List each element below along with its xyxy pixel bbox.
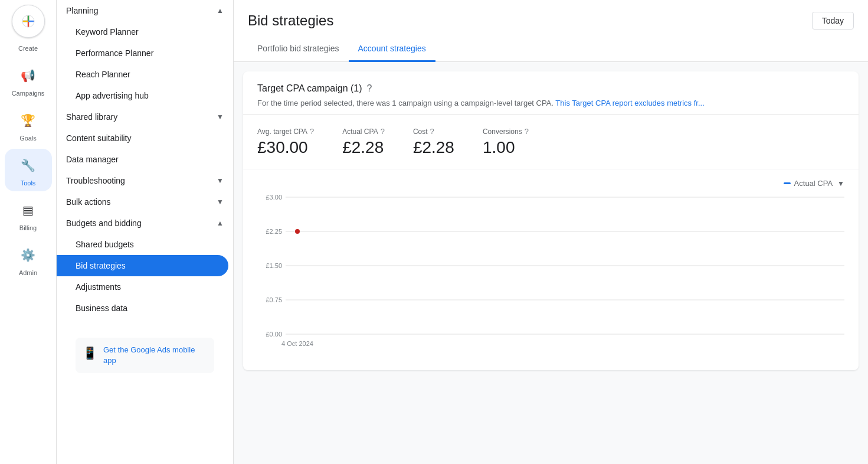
content-area: Target CPA campaign (1) ? For the time p… [234,62,868,464]
legend-dot-actual-cpa [784,182,791,184]
create-label: Create [18,45,38,52]
sidebar-item-goals[interactable]: 🏆 Goals [5,104,52,146]
troubleshooting-label: Troubleshooting [66,176,125,185]
budgets-bidding-chevron-up: ▲ [217,219,224,227]
tab-account[interactable]: Account strategies [349,37,435,62]
metric-cost-value: £2.28 [413,138,454,157]
bid-strategy-card: Target CPA campaign (1) ? For the time p… [243,71,859,370]
planning-items: Keyword Planner Performance Planner Reac… [57,21,233,106]
svg-text:£3.00: £3.00 [266,194,282,201]
bulk-actions-chevron: ▼ [217,198,224,206]
metric-avg-target-cpa: Avg. target CPA ? £30.00 [257,127,314,157]
nav-item-keyword-planner[interactable]: Keyword Planner [57,21,233,43]
svg-text:£0.75: £0.75 [266,296,282,303]
mobile-promo[interactable]: 📱 Get the Google Ads mobile app [76,338,214,373]
troubleshooting-section-header[interactable]: Troubleshooting ▼ [57,170,233,191]
nav-item-adjustments[interactable]: Adjustments [57,276,233,298]
campaigns-label: Campaigns [12,90,45,97]
subtitle-text: For the time period selected, there was … [257,99,553,107]
svg-text:£2.25: £2.25 [266,228,282,235]
goals-label: Goals [19,135,37,142]
main-content: Bid strategies Today Portfolio bid strat… [234,0,868,464]
help-icon-actual[interactable]: ? [381,127,385,136]
chart-svg: £3.00 £2.25 £1.50 £0.75 £0.00 4 Oct 2024 [257,192,844,346]
svg-text:£0.00: £0.00 [266,331,282,338]
sidebar-item-billing[interactable]: ▤ Billing [5,194,52,236]
metrics-row: Avg. target CPA ? £30.00 Actual CPA ? £2… [243,115,859,169]
nav-item-content-suitability[interactable]: Content suitability [57,128,233,149]
subtitle-link[interactable]: This Target CPA report excludes metrics … [555,99,704,107]
card-title-row: Target CPA campaign (1) ? [257,83,844,94]
tools-icon: 🔧 [17,153,40,177]
metric-cost: Cost ? £2.28 [413,127,454,157]
svg-text:£1.50: £1.50 [266,262,282,269]
help-icon-conversions[interactable]: ? [525,127,529,136]
chart-legend: Actual CPA ▼ [257,179,844,188]
shared-library-chevron: ▼ [217,113,224,121]
budgets-bidding-items: Shared budgets Bid strategies Adjustment… [57,234,233,319]
nav-item-performance-planner[interactable]: Performance Planner [57,43,233,64]
page-title: Bid strategies [248,12,333,29]
billing-label: Billing [19,224,37,231]
bulk-actions-section-header[interactable]: Bulk actions ▼ [57,191,233,213]
legend-dropdown-icon[interactable]: ▼ [837,179,844,188]
goals-icon: 🏆 [17,109,40,132]
admin-label: Admin [19,269,37,276]
metric-actual-cpa-label: Actual CPA ? [342,127,385,136]
billing-icon: ▤ [17,198,40,222]
budgets-bidding-label: Budgets and bidding [66,218,142,228]
nav-item-data-manager[interactable]: Data manager [57,149,233,170]
tabs: Portfolio bid strategies Account strateg… [248,37,854,61]
nav-item-app-advertising-hub[interactable]: App advertising hub [57,85,233,106]
metric-cost-label: Cost ? [413,127,454,136]
help-icon-cost[interactable]: ? [430,127,434,136]
admin-icon: ⚙️ [17,243,40,267]
date-button[interactable]: Today [812,12,854,30]
page-title-row: Bid strategies Today [248,12,854,30]
legend-label-actual-cpa: Actual CPA [794,179,833,188]
icon-sidebar: + Create 📢 Campaigns 🏆 Goals 🔧 Tools ▤ B… [0,0,57,464]
budgets-bidding-section-header[interactable]: Budgets and bidding ▲ [57,213,233,234]
card-header: Target CPA campaign (1) ? For the time p… [243,71,859,115]
planning-chevron-up: ▲ [217,6,224,15]
nav-item-shared-budgets[interactable]: Shared budgets [57,234,233,255]
metric-actual-cpa-value: £2.28 [342,138,385,157]
create-button[interactable]: + [12,5,45,38]
data-point [295,229,300,234]
planning-label: Planning [66,6,99,15]
metric-actual-cpa: Actual CPA ? £2.28 [342,127,385,157]
tools-label: Tools [21,179,36,187]
metric-avg-target-cpa-label: Avg. target CPA ? [257,127,314,136]
shared-library-label: Shared library [66,112,117,122]
nav-item-reach-planner[interactable]: Reach Planner [57,64,233,85]
svg-text:4 Oct 2024: 4 Oct 2024 [281,340,313,346]
metric-conversions: Conversions ? 1.00 [483,127,529,157]
legend-actual-cpa[interactable]: Actual CPA [784,179,833,188]
troubleshooting-chevron: ▼ [217,177,224,185]
sidebar-item-tools[interactable]: 🔧 Tools [5,149,52,191]
nav-sidebar: Planning ▲ Keyword Planner Performance P… [57,0,234,464]
page-header: Bid strategies Today Portfolio bid strat… [234,0,868,62]
card-subtitle: For the time period selected, there was … [257,99,844,107]
bulk-actions-label: Bulk actions [66,197,110,207]
metric-conversions-label: Conversions ? [483,127,529,136]
mobile-promo-container: 📱 Get the Google Ads mobile app [57,319,233,392]
shared-library-section-header[interactable]: Shared library ▼ [57,106,233,128]
mobile-promo-text: Get the Google Ads mobile app [103,345,207,366]
chart-area: Actual CPA ▼ £3.00 £2.25 £1.50 £0.75 £0.… [243,169,859,370]
mobile-icon: 📱 [83,346,97,360]
help-icon[interactable]: ? [367,83,372,94]
help-icon-avg[interactable]: ? [310,127,314,136]
planning-section-header[interactable]: Planning ▲ [57,0,233,21]
sidebar-item-admin[interactable]: ⚙️ Admin [5,238,52,281]
metric-avg-target-cpa-value: £30.00 [257,138,314,157]
tab-portfolio[interactable]: Portfolio bid strategies [248,37,349,62]
nav-item-business-data[interactable]: Business data [57,298,233,319]
campaigns-icon: 📢 [17,64,40,87]
metric-conversions-value: 1.00 [483,138,529,157]
card-title: Target CPA campaign (1) [257,83,362,94]
nav-item-bid-strategies[interactable]: Bid strategies [57,255,228,276]
sidebar-item-campaigns[interactable]: 📢 Campaigns [5,59,52,102]
